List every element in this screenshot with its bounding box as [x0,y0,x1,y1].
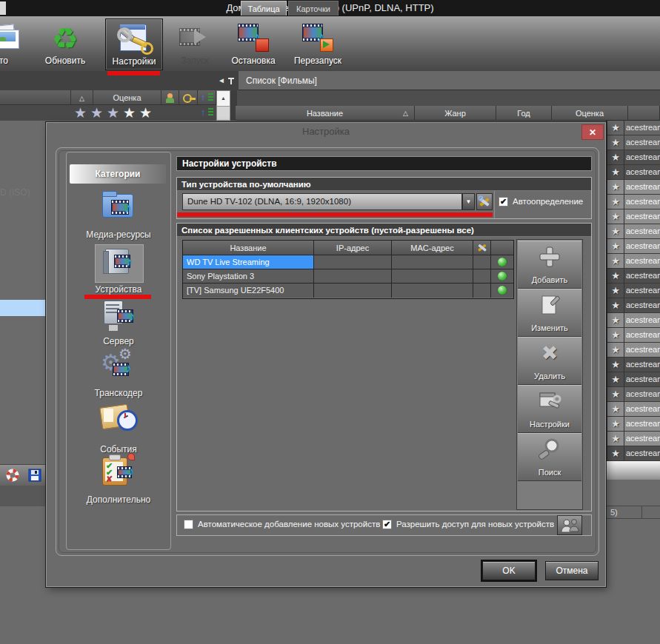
star-icon[interactable]: ★ [123,105,136,121]
media-list-item[interactable]: ★acestream [606,432,660,446]
media-list-item[interactable]: ★acestream [606,298,660,313]
media-list-item[interactable]: ★acestream [606,372,660,387]
media-list-item[interactable]: ★acestream [606,135,660,150]
auto-add-checkbox[interactable] [184,520,193,529]
table-col-mac[interactable]: MAC-адрес [392,241,473,255]
save-floppy-icon[interactable] [28,469,41,482]
star-icon[interactable]: ★ [607,372,624,386]
star-icon[interactable]: ★ [107,105,119,121]
col-header-year[interactable]: Год [496,106,552,121]
search-device-button[interactable]: Поиск [518,433,581,481]
star-icon[interactable]: ★ [607,313,624,327]
device-name-cell[interactable]: Sony Playstation 3 [183,269,314,284]
rating-row[interactable]: ★ ★ ★ ★ ★ ↑ [0,105,217,121]
media-list-item[interactable]: ★acestream [606,239,660,254]
rating-scrollbar[interactable]: ▲ [216,90,230,121]
sort-level-header[interactable]: ↑ [198,90,216,105]
media-list-item[interactable]: ★acestream [606,254,660,269]
media-list-item[interactable]: ★acestream [606,165,660,180]
photo-button[interactable]: то [0,19,27,69]
star-icon[interactable]: ★ [607,284,624,298]
star-icon[interactable]: ★ [607,402,624,416]
star-icon[interactable]: ★ [90,105,103,121]
device-name-cell[interactable]: WD TV Live Streaming [183,255,314,269]
media-list-item[interactable]: ★acestream [606,446,660,461]
device-type-dropdown-button[interactable]: ▼ [462,193,475,210]
allowed-devices-group-title: Список разрешенных клиентских устройств … [177,224,591,237]
media-list-item[interactable]: ★acestream [606,224,660,239]
restart-button[interactable]: ♪ Перезапуск [287,19,348,69]
media-list-item[interactable]: ★acestream [606,180,660,195]
collapse-left-icon[interactable]: ◄ [218,71,225,90]
media-list-item[interactable]: ★acestream [606,387,660,402]
allow-access-checkbox[interactable]: ✔ [382,520,392,529]
media-list-item[interactable]: ★acestream [606,150,660,165]
star-icon[interactable]: ★ [607,239,624,253]
star-icon[interactable]: ★ [607,446,624,460]
star-icon[interactable]: ★ [607,209,624,224]
media-list-item[interactable]: ★acestream [606,269,660,284]
cancel-button[interactable]: Отмена [545,561,599,580]
star-icon[interactable]: ★ [607,150,624,164]
media-list-item[interactable]: ★acestream [606,417,660,432]
plus-icon [538,245,561,272]
star-icon[interactable]: ★ [607,165,624,179]
stop-button[interactable]: ♪ Остановка [224,19,282,69]
table-col-ip[interactable]: IP-адрес [314,241,392,255]
media-list-item[interactable]: ★acestream [606,284,660,298]
tab-table[interactable]: Таблица [241,1,287,16]
col-header-rating[interactable]: Оценка [552,106,628,121]
device-type-tools-button[interactable] [476,193,493,210]
star-icon[interactable]: ★ [607,224,624,238]
edit-device-button[interactable]: Изменить [518,289,581,337]
star-icon[interactable]: ★ [607,195,624,209]
star-icon[interactable]: ★ [607,298,624,312]
key-filter-header[interactable] [179,90,198,105]
media-list-item[interactable]: ★acestream [606,121,660,135]
media-list-item[interactable]: ★acestream [606,402,660,417]
star-icon[interactable]: ★ [74,105,87,121]
media-list-item[interactable]: ★acestream [606,209,660,224]
star-icon[interactable]: ★ [139,105,152,121]
close-button[interactable]: ✕ [581,124,604,140]
col-header-genre[interactable]: Жанр [415,106,496,121]
media-list-item[interactable]: ★acestream [606,328,660,343]
refresh-button[interactable]: ♻ Обновить [39,19,92,69]
help-lifering-icon[interactable] [6,469,19,482]
star-icon[interactable]: ★ [607,343,624,357]
add-device-button[interactable]: Добавить [518,241,581,289]
device-settings-button[interactable]: Настройки [518,385,581,433]
autodetect-checkbox[interactable]: ✔ [499,197,508,207]
rating-sort-header[interactable]: △ [71,90,93,105]
col-header-name[interactable]: Название △ [236,106,415,121]
settings-label: Настройки [106,56,162,67]
user-filter-header[interactable] [161,90,179,105]
media-list-item[interactable]: ★acestream [606,343,660,358]
users-button[interactable] [557,515,582,535]
star-icon[interactable]: ★ [607,135,624,150]
device-type-select[interactable]: Dune HD TV-102 (DLNA, 16:9, 1920x1080) [182,193,462,210]
star-icon[interactable]: ★ [607,358,624,372]
media-list-item[interactable]: ★acestream [606,313,660,328]
rating-column-header[interactable]: Оценка [93,90,161,105]
pin-icon[interactable] [227,77,236,86]
device-name-cell[interactable]: [TV] Samsung UE22F5400 [183,284,314,298]
tab-cards[interactable]: Карточки [288,1,339,16]
ok-button[interactable]: OK [482,561,536,580]
table-col-tools[interactable] [473,241,491,255]
settings-button[interactable]: Настройки [105,19,163,70]
star-icon[interactable]: ★ [607,328,624,342]
star-icon[interactable]: ★ [607,417,624,431]
star-icon[interactable]: ★ [607,180,624,194]
star-icon[interactable]: ★ [607,254,624,268]
delete-device-button[interactable]: ✖ Удалить [518,337,581,385]
start-label: Запуск [169,56,221,66]
media-list-item[interactable]: ★acestream [606,358,660,372]
table-col-name[interactable]: Название [183,241,314,255]
star-icon[interactable]: ★ [607,387,624,401]
scroll-up-icon[interactable]: ▲ [217,91,230,107]
media-list-item[interactable]: ★acestream [606,195,660,209]
star-icon[interactable]: ★ [607,269,624,283]
star-icon[interactable]: ★ [607,432,624,446]
star-icon[interactable]: ★ [607,121,624,135]
